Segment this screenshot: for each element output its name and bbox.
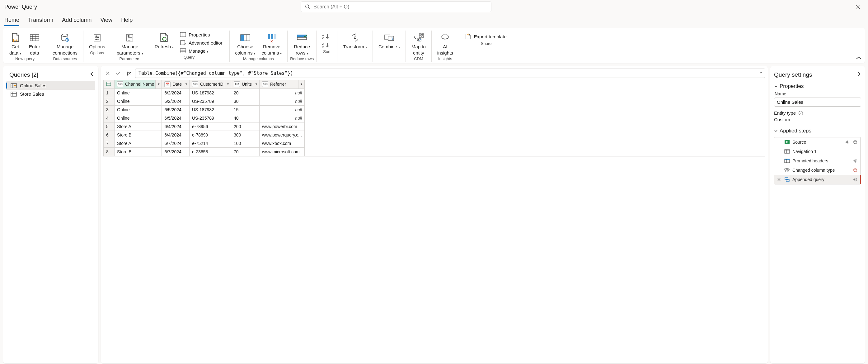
cell-date[interactable]: 6/5/2024: [162, 105, 189, 114]
step-settings-button[interactable]: [852, 158, 858, 164]
cell-date[interactable]: 6/5/2024: [162, 114, 189, 122]
step-source[interactable]: X Source: [774, 137, 861, 147]
choose-columns-button[interactable]: Choose columns: [232, 31, 259, 56]
filter-button[interactable]: ▼: [183, 80, 189, 88]
col-header-date[interactable]: 📅 Date ▼: [162, 80, 189, 88]
refresh-button[interactable]: Refresh: [152, 31, 177, 50]
cell-referrer[interactable]: null: [259, 97, 304, 105]
cell-referrer[interactable]: null: [259, 114, 304, 122]
delete-step-button[interactable]: [852, 167, 858, 173]
cell-referrer[interactable]: www.powerquery.c...: [259, 131, 304, 139]
filter-button[interactable]: ▼: [155, 80, 161, 88]
manage-connections-button[interactable]: Manage connections: [50, 31, 81, 56]
tab-view[interactable]: View: [100, 15, 112, 26]
cancel-formula-button[interactable]: [103, 69, 112, 78]
cell-units[interactable]: 30: [231, 97, 259, 105]
cell-units[interactable]: 20: [231, 88, 259, 97]
properties-button[interactable]: Properties: [178, 31, 224, 38]
cell-units[interactable]: 100: [231, 139, 259, 147]
map-to-entity-button[interactable]: CDM Map to entity: [408, 31, 429, 56]
cell-customer-id[interactable]: e-78956: [189, 122, 231, 131]
cell-date[interactable]: 6/2/2024: [162, 88, 189, 97]
col-header-customer-id[interactable]: ABC CustomerID ▼: [189, 80, 231, 88]
table-row[interactable]: 6Store B6/4/2024e-78899300www.powerquery…: [104, 131, 305, 139]
collapse-queries-button[interactable]: [90, 71, 94, 78]
applied-steps-toggle[interactable]: Applied steps: [774, 128, 861, 134]
col-header-referrer[interactable]: ABC Referrer ▼: [259, 80, 304, 88]
cell-referrer[interactable]: www.powerbi.com: [259, 122, 304, 131]
filter-button[interactable]: ▼: [298, 80, 304, 88]
expand-settings-button[interactable]: [857, 71, 861, 78]
cell-customer-id[interactable]: e-78899: [189, 131, 231, 139]
global-search[interactable]: [301, 2, 491, 12]
cell-date[interactable]: 6/2/2024: [162, 97, 189, 105]
data-source-icon[interactable]: [852, 139, 858, 145]
search-input[interactable]: [313, 4, 487, 10]
cell-channel[interactable]: Online: [115, 114, 162, 122]
cell-units[interactable]: 300: [231, 131, 259, 139]
table-row[interactable]: 3Online6/5/2024US-18798215null: [104, 105, 305, 114]
data-table[interactable]: ABC Channel Name ▼ 📅 Date ▼ ABC Customer…: [103, 80, 765, 157]
filter-button[interactable]: ▼: [225, 80, 231, 88]
col-header-units[interactable]: 123 Units ▼: [231, 80, 259, 88]
step-navigation[interactable]: Navigation 1: [774, 147, 861, 156]
cell-date[interactable]: 6/7/2024: [162, 139, 189, 147]
query-item-online-sales[interactable]: Online Sales: [6, 81, 95, 90]
get-data-button[interactable]: Get data: [6, 31, 25, 56]
query-item-store-sales[interactable]: Store Sales: [6, 90, 95, 98]
cell-units[interactable]: 70: [231, 147, 259, 156]
table-row[interactable]: 1Online6/2/2024US-18798220null: [104, 88, 305, 97]
cell-date[interactable]: 6/4/2024: [162, 122, 189, 131]
cell-units[interactable]: 15: [231, 105, 259, 114]
reduce-rows-button[interactable]: Reduce rows: [291, 31, 313, 56]
cell-referrer[interactable]: null: [259, 88, 304, 97]
commit-formula-button[interactable]: [114, 69, 123, 78]
properties-section-toggle[interactable]: Properties: [774, 83, 861, 89]
close-button[interactable]: [852, 1, 864, 13]
cell-channel[interactable]: Online: [115, 88, 162, 97]
query-name-input[interactable]: [774, 97, 861, 107]
cell-customer-id[interactable]: US-235789: [189, 97, 231, 105]
cell-customer-id[interactable]: US-235789: [189, 114, 231, 122]
cell-referrer[interactable]: null: [259, 105, 304, 114]
tab-help[interactable]: Help: [121, 15, 132, 26]
cell-customer-id[interactable]: e-23658: [189, 147, 231, 156]
cell-units[interactable]: 40: [231, 114, 259, 122]
enter-data-button[interactable]: Enter data: [25, 31, 44, 56]
remove-columns-button[interactable]: Remove columns: [258, 31, 285, 56]
cell-channel[interactable]: Online: [115, 105, 162, 114]
ai-insights-button[interactable]: AI insights: [434, 31, 456, 56]
cell-referrer[interactable]: www.xbox.com: [259, 139, 304, 147]
table-row[interactable]: 8Store B6/7/2024e-2365870www.microsoft.c…: [104, 147, 305, 156]
step-settings-button[interactable]: [852, 177, 858, 182]
cell-channel[interactable]: Online: [115, 97, 162, 105]
cell-units[interactable]: 200: [231, 122, 259, 131]
transform-button[interactable]: Transform: [340, 31, 370, 50]
remove-step-button[interactable]: [776, 177, 782, 182]
collapse-ribbon-button[interactable]: [856, 56, 862, 61]
fx-button[interactable]: fx: [124, 69, 133, 78]
cell-date[interactable]: 6/7/2024: [162, 147, 189, 156]
cell-channel[interactable]: Store A: [115, 122, 162, 131]
filter-button[interactable]: ▼: [253, 80, 259, 88]
cell-customer-id[interactable]: e-75214: [189, 139, 231, 147]
table-row[interactable]: 4Online6/5/2024US-23578940null: [104, 114, 305, 122]
step-appended-query[interactable]: Appended query: [774, 175, 861, 184]
manage-button[interactable]: Manage: [178, 47, 224, 54]
cell-channel[interactable]: Store B: [115, 131, 162, 139]
cell-customer-id[interactable]: US-187982: [189, 88, 231, 97]
table-corner-button[interactable]: [104, 80, 115, 88]
table-row[interactable]: 5Store A6/4/2024e-78956200www.powerbi.co…: [104, 122, 305, 131]
tab-transform[interactable]: Transform: [28, 15, 53, 26]
cell-date[interactable]: 6/4/2024: [162, 131, 189, 139]
table-row[interactable]: 2Online6/2/2024US-23578930null: [104, 97, 305, 105]
table-row[interactable]: 7Store A6/7/2024e-75214100www.xbox.com: [104, 139, 305, 147]
step-settings-button[interactable]: [844, 139, 850, 145]
manage-parameters-button[interactable]: Manage parameters: [114, 31, 146, 56]
sort-desc-button[interactable]: ZA: [320, 41, 332, 49]
col-header-channel-name[interactable]: ABC Channel Name ▼: [115, 80, 162, 88]
step-changed-column-type[interactable]: ABC123 Changed column type: [774, 166, 861, 175]
tab-add-column[interactable]: Add column: [62, 15, 92, 26]
combine-button[interactable]: Combine: [375, 31, 403, 50]
export-template-button[interactable]: Export template: [463, 32, 508, 40]
